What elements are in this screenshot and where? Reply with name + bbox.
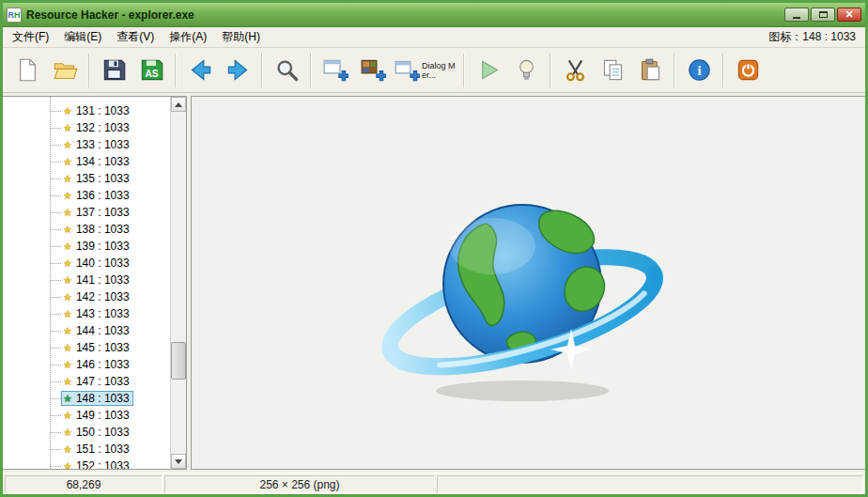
tree-connector [50,111,61,112]
tree-item[interactable]: ★148 : 1033 [3,390,170,407]
copy-button[interactable] [594,51,631,90]
tree-item-label: 139 : 1033 [76,240,130,253]
menu-right-status: 图标：148 : 1033 [768,29,863,45]
scroll-down-button[interactable] [171,454,186,469]
tree-item-label: 137 : 1033 [76,206,130,219]
add-bitmap-button[interactable] [354,51,392,90]
new-file-button[interactable] [8,51,46,90]
tree-connector [50,348,61,349]
add-bitmap-icon [361,57,386,83]
save-as-button[interactable]: AS [132,51,170,90]
toolbar-separator [674,54,675,87]
menu-item[interactable]: 查看(V) [109,26,162,48]
resource-tree-panel: ★131 : 1033★132 : 1033★133 : 1033★134 : … [3,96,187,470]
new-file-icon [15,57,40,83]
toolbar-separator [722,54,724,87]
tree-item[interactable]: ★151 : 1033 [3,441,170,458]
tree-connector [50,432,61,433]
scroll-track[interactable] [171,112,186,454]
find-text-button[interactable] [268,51,305,90]
info-button[interactable]: i [680,51,718,90]
menu-item[interactable]: 帮助(H) [214,26,268,48]
toolbar-separator [550,54,551,87]
tree-item[interactable]: ★145 : 1033 [3,339,170,356]
tree-item[interactable]: ★133 : 1033 [3,136,170,153]
tree-item-label: 140 : 1033 [76,256,130,270]
tree-item[interactable]: ★141 : 1033 [3,272,170,288]
tree-item-label: 133 : 1033 [76,138,130,151]
star-icon: ★ [63,173,72,184]
svg-text:i: i [697,63,701,78]
tree-item[interactable]: ★146 : 1033 [3,356,170,373]
close-button[interactable]: ✕ [837,8,861,22]
tree-item[interactable]: ★135 : 1033 [3,170,170,187]
tree-item-label: 148 : 1033 [76,392,130,405]
tree-scrollbar[interactable] [170,97,186,469]
go-back-button[interactable] [181,51,219,90]
go-forward-button[interactable] [219,51,256,90]
status-panel [437,475,863,493]
star-icon: ★ [63,224,72,235]
compile-script-button[interactable] [470,51,507,90]
tree-item[interactable]: ★147 : 1033 [3,373,170,390]
view-source-icon [514,57,539,83]
tree-item[interactable]: ★134 : 1033 [3,153,170,170]
tree-item[interactable]: ★144 : 1033 [3,322,170,339]
minimize-button[interactable] [784,8,809,22]
menu-item[interactable]: 编辑(E) [56,26,109,48]
tree-item[interactable]: ★131 : 1033 [3,102,170,119]
main-area: ★131 : 1033★132 : 1033★133 : 1033★134 : … [3,96,865,470]
tree-item-label: 132 : 1033 [76,121,130,134]
star-icon: ★ [63,410,72,421]
info-icon: i [687,57,712,83]
tree-item-label: 142 : 1033 [76,290,130,303]
star-icon: ★ [63,257,72,269]
menu-item[interactable]: 操作(A) [162,26,214,48]
paste-button[interactable] [631,51,669,90]
star-icon: ★ [63,105,72,116]
tree-item[interactable]: ★132 : 1033 [3,119,170,136]
exit-button[interactable] [729,51,767,90]
tree-item[interactable]: ★143 : 1033 [3,305,170,322]
star-icon: ★ [63,139,72,150]
star-icon: ★ [63,241,72,252]
view-source-button[interactable] [507,51,545,90]
star-icon: ★ [63,207,72,218]
copy-icon [600,57,626,83]
tree-item[interactable]: ★137 : 1033 [3,204,170,221]
save-as-icon: AS [139,57,164,83]
tree-connector [50,280,61,281]
tree-list: ★131 : 1033★132 : 1033★133 : 1033★134 : … [3,97,170,469]
arrow-up-icon [175,102,182,107]
app-window: RH Resource Hacker - explorer.exe ✕ 文件(F… [0,0,868,497]
star-icon: ★ [63,376,72,387]
open-file-button[interactable] [46,51,84,90]
tree-item-label: 143 : 1033 [76,307,130,320]
tree-item[interactable]: ★138 : 1033 [3,221,170,238]
tree-item[interactable]: ★152 : 1033 [3,458,170,469]
tree-connector [50,297,61,298]
tree-connector [50,449,61,450]
window-title: Resource Hacker - explorer.exe [26,8,784,22]
menu-item[interactable]: 文件(F) [5,26,56,48]
scroll-thumb[interactable] [171,342,186,380]
tree-item[interactable]: ★140 : 1033 [3,255,170,272]
star-icon: ★ [63,342,72,353]
scroll-up-button[interactable] [171,97,186,112]
tree-item[interactable]: ★150 : 1033 [3,424,170,441]
cut-button[interactable] [556,51,594,90]
tree-item-label: 151 : 1033 [76,443,130,456]
tree-item[interactable]: ★136 : 1033 [3,187,170,204]
maximize-button[interactable] [811,8,835,22]
add-dialog-button[interactable] [317,51,354,90]
tree-item[interactable]: ★139 : 1033 [3,238,170,255]
toolbar-separator [463,54,465,87]
save-file-button[interactable] [95,51,132,90]
tree-connector [50,466,61,467]
dialog-merge-button[interactable]: Dialog Mer... [392,51,458,90]
star-icon: ★ [63,274,72,286]
tree-item[interactable]: ★142 : 1033 [3,288,170,305]
tree-connector [50,229,61,230]
tree-item[interactable]: ★149 : 1033 [3,407,170,424]
svg-text:AS: AS [145,69,158,79]
